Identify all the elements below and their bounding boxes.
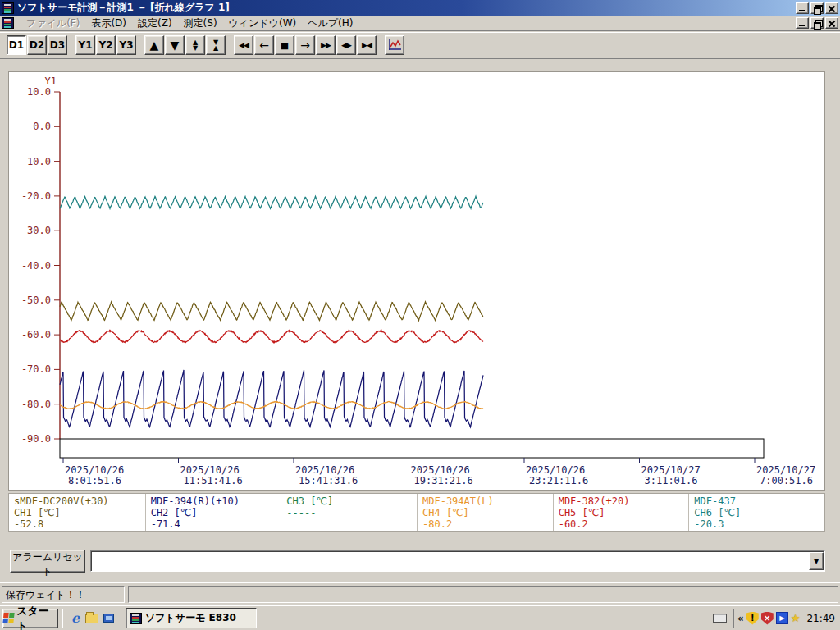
x-tick-time: 3:11:01.6	[645, 475, 698, 486]
status-panel-2	[128, 586, 838, 603]
channel-label: CH2 [℃]	[151, 507, 278, 518]
alarm-row: アラームリセット ▼	[0, 548, 840, 576]
window-title: ソフトサーモ計測－計測1 － [折れ線グラフ 1]	[17, 1, 796, 15]
legend-ch6: MDF-437 CH6 [℃] -20.3	[688, 494, 824, 531]
x-tick-date: 2025/10/26	[526, 464, 585, 476]
show-desktop-icon[interactable]	[100, 610, 116, 627]
shift-up-icon[interactable]: ▲	[144, 35, 164, 55]
legend-ch2: MDF-394(R)(+10) CH2 [℃] -71.4	[145, 494, 281, 531]
windows-logo-icon	[2, 613, 15, 623]
app-icon	[130, 613, 142, 624]
series-ch6	[60, 196, 483, 208]
menu-help[interactable]: ヘルプ(H)	[302, 16, 358, 31]
media-play-icon[interactable]: ▶	[776, 612, 788, 624]
x-tick-time: 8:01:51.6	[68, 475, 121, 486]
channel-title: MDF-382(+20)	[559, 495, 686, 507]
channel-value: -71.4	[151, 518, 278, 530]
restore-icon[interactable]	[810, 2, 824, 14]
dropdown-arrow-icon[interactable]: ▼	[809, 552, 824, 570]
child-close-icon[interactable]	[825, 17, 838, 29]
minimize-icon[interactable]	[796, 2, 809, 14]
y2-button[interactable]: Y2	[96, 35, 116, 55]
channel-title: MDF-394(R)(+10)	[151, 495, 278, 507]
y-tick-label: 0.0	[33, 121, 51, 132]
d1-button[interactable]: D1	[7, 35, 26, 55]
d3-button[interactable]: D3	[48, 35, 67, 55]
taskbar-item-softthermo[interactable]: ソフトサーモ E830	[126, 608, 257, 628]
start-button[interactable]: スタート	[2, 609, 58, 628]
update-star-icon[interactable]: ★	[791, 612, 801, 624]
channel-label: CH1 [℃]	[14, 507, 142, 518]
menu-measure[interactable]: 測定(S)	[178, 16, 223, 31]
compress-time-icon[interactable]: ▶◀	[357, 35, 377, 55]
y-tick-label: 10.0	[27, 86, 51, 98]
title-bar: ソフトサーモ計測－計測1 － [折れ線グラフ 1]	[0, 0, 840, 16]
channel-label: CH5 [℃]	[559, 507, 686, 518]
y3-button[interactable]: Y3	[116, 35, 136, 55]
fast-forward-icon[interactable]: ▶▶	[316, 35, 336, 55]
internet-explorer-icon[interactable]: e	[67, 610, 84, 627]
stop-icon[interactable]: ■	[275, 35, 294, 55]
legend-ch3: CH3 [℃] -----	[281, 494, 417, 531]
expand-time-icon[interactable]: ◀▶	[336, 35, 356, 55]
status-message: 保存ウェイト！！	[2, 586, 125, 603]
y-tick-label: -80.0	[21, 399, 51, 410]
document-icon[interactable]	[2, 17, 14, 29]
x-tick-time: 11:51:41.6	[184, 475, 243, 486]
series-ch1	[60, 302, 483, 321]
child-minimize-icon[interactable]	[796, 17, 809, 29]
x-tick-date: 2025/10/26	[65, 464, 124, 476]
status-band	[60, 439, 764, 458]
folder-icon[interactable]	[84, 610, 100, 627]
line-graph-icon[interactable]	[385, 35, 404, 55]
legend-ch1: sMDF-DC200V(+30) CH1 [℃] -52.8	[9, 494, 145, 531]
x-tick-date: 2025/10/26	[411, 464, 470, 476]
menu-settings[interactable]: 設定(Z)	[132, 16, 178, 31]
channel-title: sMDF-DC200V(+30)	[14, 495, 142, 507]
y-tick-label: -50.0	[21, 294, 51, 306]
y-tick-label: -40.0	[21, 260, 51, 272]
channel-label: CH3 [℃]	[286, 495, 413, 507]
taskbar: スタート e ソフトサーモ E830 « ! × ▶ ★ 21:49	[0, 605, 840, 630]
rewind-icon[interactable]: ◀◀	[234, 35, 253, 55]
d2-button[interactable]: D2	[27, 35, 47, 55]
x-tick-time: 19:31:21.6	[414, 475, 473, 486]
shift-down-icon[interactable]: ▼	[165, 35, 185, 55]
clock: 21:49	[806, 613, 835, 624]
keyboard-icon[interactable]	[713, 614, 727, 623]
channel-value: -80.2	[422, 518, 550, 530]
menu-view[interactable]: 表示(D)	[85, 16, 132, 31]
child-restore-icon[interactable]	[810, 17, 824, 29]
x-tick-time: 7:00:51.6	[760, 475, 813, 486]
legend-ch4: MDF-394AT(L) CH4 [℃] -80.2	[417, 494, 553, 531]
expand-scale-icon[interactable]: ▲ ▼	[185, 35, 205, 55]
menu-file: ファイル(F)	[21, 16, 85, 31]
y-tick-label: -70.0	[21, 363, 51, 375]
y-tick-label: -30.0	[21, 225, 51, 236]
compress-scale-icon[interactable]: ▼ ▲	[206, 35, 226, 55]
alarm-reset-button[interactable]: アラームリセット	[10, 550, 85, 573]
security-alert-icon[interactable]: ×	[761, 612, 774, 625]
channel-label: CH6 [℃]	[694, 507, 821, 518]
line-chart: Y110.00.0-10.0-20.0-30.0-40.0-50.0-60.0-…	[9, 72, 824, 490]
channel-legend: sMDF-DC200V(+30) CH1 [℃] -52.8 MDF-394(R…	[8, 493, 825, 532]
channel-value: -20.3	[694, 518, 821, 530]
y-axis-label: Y1	[45, 75, 57, 87]
start-label: スタート	[16, 604, 57, 630]
close-icon[interactable]	[825, 2, 838, 14]
system-tray: « ! × ▶ ★ 21:49	[713, 606, 840, 630]
channel-value: -----	[286, 507, 413, 518]
security-warning-icon[interactable]: !	[746, 612, 759, 625]
tray-collapse-icon[interactable]: «	[737, 613, 744, 624]
channel-title: MDF-394AT(L)	[422, 495, 550, 507]
alarm-combobox[interactable]: ▼	[90, 550, 825, 572]
x-tick-date: 2025/10/27	[756, 464, 815, 476]
menu-window[interactable]: ウィンドウ(W)	[223, 16, 303, 31]
y1-button[interactable]: Y1	[75, 35, 95, 55]
menu-bar: ファイル(F) 表示(D) 設定(Z) 測定(S) ウィンドウ(W) ヘルプ(H…	[0, 16, 840, 31]
chart-panel: Y110.00.0-10.0-20.0-30.0-40.0-50.0-60.0-…	[8, 71, 825, 491]
step-forward-icon[interactable]: →	[295, 35, 315, 55]
x-tick-date: 2025/10/27	[641, 464, 701, 476]
step-back-icon[interactable]: ←	[254, 35, 274, 55]
series-ch5	[60, 331, 483, 343]
